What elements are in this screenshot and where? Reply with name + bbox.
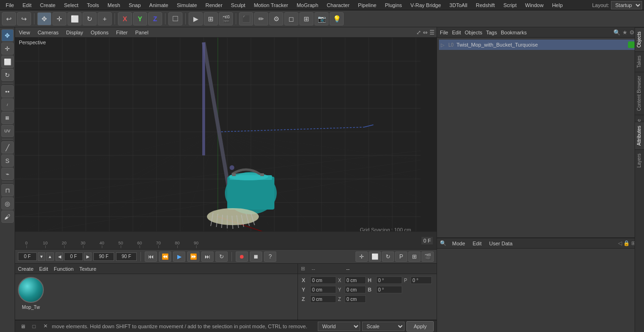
menu-sculpt[interactable]: Sculpt	[227, 1, 249, 9]
menu-simulate[interactable]: Simulate	[173, 1, 201, 9]
start-frame-step-up[interactable]: ▲	[46, 252, 54, 261]
tab-objects[interactable]: Objects	[635, 27, 644, 51]
end-frame-input-2[interactable]	[116, 252, 137, 261]
move-tool-button[interactable]: ✛	[52, 12, 66, 25]
object-row-mop[interactable]: ▷ L0 Twist_Mop_with_Bucket_Turquoise	[439, 40, 642, 50]
sidebar-uv[interactable]: UV	[1, 125, 14, 137]
menu-script[interactable]: Script	[500, 1, 520, 9]
coord-x2-input[interactable]	[345, 276, 366, 284]
start-frame-input[interactable]	[18, 252, 37, 261]
vp-menu-options[interactable]: Options	[89, 29, 110, 36]
playback-help-button[interactable]: ?	[264, 251, 276, 262]
play-button[interactable]: ▶	[173, 251, 185, 262]
axis-z-button[interactable]: Z	[148, 12, 162, 25]
status-minimize-icon[interactable]: □	[29, 322, 39, 331]
world-dropdown[interactable]: World	[318, 322, 360, 331]
menu-edit[interactable]: Edit	[19, 1, 35, 9]
deformer-button[interactable]: ◻	[284, 12, 298, 25]
menu-tools[interactable]: Tools	[83, 1, 103, 9]
tab-attributes[interactable]: Attributes	[635, 121, 644, 149]
menu-mograph[interactable]: MoGraph	[293, 1, 322, 9]
sidebar-knife[interactable]: ╱	[1, 141, 14, 154]
attr-userdata-btn[interactable]: User Data	[487, 240, 515, 247]
vp-menu-cameras[interactable]: Cameras	[36, 29, 61, 36]
mat-menu-function[interactable]: Function	[54, 266, 74, 272]
obj-menu-tags[interactable]: Tags	[486, 30, 497, 35]
vp-icon-settings[interactable]: ☰	[429, 29, 435, 36]
render-view-button[interactable]: 🎬	[219, 12, 233, 25]
layout-dropdown[interactable]: Startup	[611, 1, 642, 9]
sidebar-rotate[interactable]: ↻	[1, 69, 14, 81]
menu-select[interactable]: Select	[60, 1, 83, 9]
coord-h-input[interactable]	[376, 276, 402, 284]
menu-render[interactable]: Render	[202, 1, 226, 9]
menu-motion-tracker[interactable]: Motion Tracker	[250, 1, 292, 9]
sidebar-poly[interactable]: ▦	[1, 112, 14, 124]
undo-button[interactable]: ↩	[2, 12, 16, 25]
obj-menu-file[interactable]: File	[440, 30, 448, 35]
sidebar-magnet[interactable]: ⌁	[1, 168, 14, 180]
vp-icon-arrows[interactable]: ⇔	[423, 29, 428, 36]
sidebar-points[interactable]: ●●	[1, 85, 14, 97]
menu-help[interactable]: Help	[548, 1, 567, 9]
step-fwd-button[interactable]: ⏩	[187, 251, 199, 262]
go-start-button[interactable]: ⏮	[145, 251, 157, 262]
attr-b-icon-1[interactable]: ◁	[618, 240, 622, 246]
cube-button[interactable]: ⬛	[239, 12, 253, 25]
coord-x-input[interactable]	[310, 276, 336, 284]
frame-step-back[interactable]: ◀	[56, 252, 63, 261]
camera-button[interactable]: 📷	[314, 12, 329, 25]
rotate-tool-button[interactable]: ↻	[83, 12, 97, 25]
settings-icon[interactable]: ⚙	[629, 29, 635, 36]
sidebar-paint[interactable]: 🖌	[1, 211, 14, 223]
obj-menu-bookmarks[interactable]: Bookmarks	[501, 30, 527, 35]
end-frame-input-1[interactable]	[93, 252, 114, 261]
array-button[interactable]: ⊞	[299, 12, 314, 25]
render-region-button[interactable]: ⊞	[204, 12, 218, 25]
vp-menu-filter[interactable]: Filter	[114, 29, 129, 36]
attr-b-search-icon[interactable]: 🔍	[440, 240, 446, 246]
coord-b-input[interactable]	[376, 286, 402, 293]
menu-window[interactable]: Window	[521, 1, 547, 9]
nurbs-button[interactable]: ⚙	[269, 12, 283, 25]
bookmark-icon[interactable]: ★	[622, 29, 627, 36]
status-close-icon[interactable]: ✕	[41, 322, 50, 331]
record-button[interactable]: ⏺	[236, 251, 248, 262]
go-end-button[interactable]: ⏭	[201, 251, 214, 262]
tab-layers[interactable]: Layers	[635, 149, 644, 171]
tab-content-browser[interactable]: Content Browser	[635, 72, 644, 114]
start-frame-step-down[interactable]: ▼	[38, 252, 45, 261]
sidebar-brush[interactable]: S	[1, 154, 14, 167]
menu-character[interactable]: Character	[323, 1, 353, 9]
sidebar-scale[interactable]: ⬜	[1, 56, 14, 68]
step-back-button[interactable]: ⏪	[159, 251, 171, 262]
spline-button[interactable]: ✏	[254, 12, 268, 25]
pb-move-button[interactable]: ✛	[355, 251, 368, 262]
menu-snap[interactable]: Snap	[125, 1, 145, 9]
obj-menu-edit[interactable]: Edit	[452, 30, 461, 35]
search-icon[interactable]: 🔍	[613, 29, 620, 36]
coord-y-input[interactable]	[310, 286, 336, 293]
sidebar-move[interactable]: ✛	[1, 42, 14, 55]
vp-icon-expand[interactable]: ⤢	[416, 29, 421, 36]
menu-redshift[interactable]: Redshift	[472, 1, 498, 9]
obj-menu-objects[interactable]: Objects	[465, 30, 482, 35]
sidebar-material[interactable]: ◎	[1, 197, 14, 210]
pb-p-button[interactable]: P	[395, 251, 407, 262]
pb-grid-button[interactable]: ⊞	[408, 251, 421, 262]
mat-menu-edit[interactable]: Edit	[39, 266, 48, 272]
scale-tool-button[interactable]: ⬜	[67, 12, 82, 25]
sidebar-live-select[interactable]: ✥	[1, 29, 14, 41]
light-button[interactable]: 💡	[330, 12, 344, 25]
loop-button[interactable]: ↻	[215, 251, 228, 262]
pb-anim-button[interactable]: 🎬	[421, 251, 434, 262]
coord-z2-input[interactable]	[345, 295, 366, 303]
stop-button[interactable]: ⏹	[250, 251, 262, 262]
viewport-area[interactable]: View Cameras Display Options Filter Pane…	[15, 27, 437, 231]
material-item[interactable]: Mop_Tw	[18, 277, 44, 310]
tab-takes[interactable]: Takes	[635, 51, 644, 72]
status-monitor-icon[interactable]: 🖥	[18, 322, 27, 331]
menu-animate[interactable]: Animate	[146, 1, 172, 9]
attr-edit-btn[interactable]: Edit	[471, 240, 484, 247]
vp-menu-display[interactable]: Display	[64, 29, 85, 36]
